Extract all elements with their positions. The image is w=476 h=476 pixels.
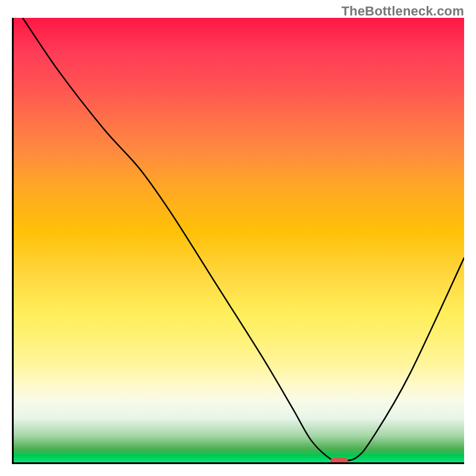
watermark-text: TheBottleneck.com	[342, 4, 464, 19]
curve-svg	[14, 18, 464, 462]
plot-area	[12, 18, 464, 464]
optimal-marker	[330, 458, 348, 464]
chart-container: TheBottleneck.com	[0, 0, 476, 476]
bottleneck-curve	[23, 18, 464, 461]
